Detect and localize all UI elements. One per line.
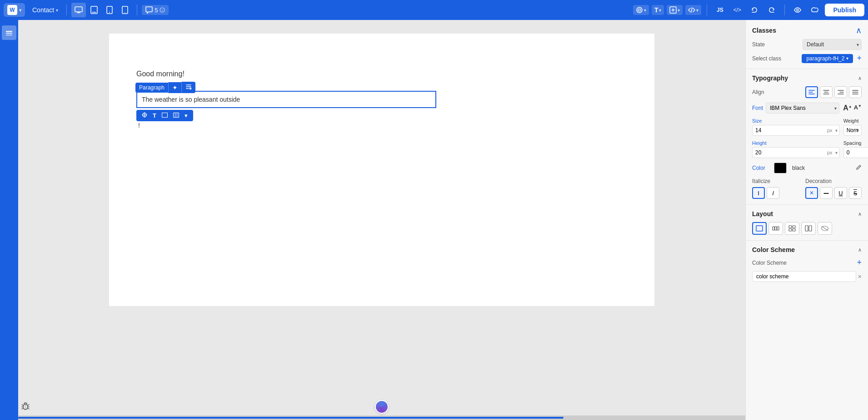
undo-button[interactable]	[747, 3, 762, 17]
italicize-group: Italicize I I	[752, 178, 798, 199]
code-editor-button[interactable]: </>	[730, 3, 744, 17]
color-scheme-label-row: Color Scheme +	[752, 258, 862, 267]
weight-select[interactable]: Normal Bold Light	[843, 125, 862, 136]
comments-badge[interactable]: 5 i	[142, 5, 169, 15]
svg-text:i: i	[162, 9, 163, 12]
classes-title: Classes	[752, 27, 776, 34]
size-field-group: Size px ▾	[752, 118, 840, 136]
svg-rect-43	[809, 226, 812, 231]
svg-rect-15	[6, 33, 12, 34]
redo-button[interactable]	[764, 3, 779, 17]
font-decrease-button[interactable]: A▼	[854, 104, 862, 112]
element-toolbar-text[interactable]: T	[151, 111, 158, 120]
color-text: black	[790, 163, 852, 173]
state-select-wrapper: Default	[803, 39, 862, 50]
desktop-view-button[interactable]	[71, 3, 86, 17]
add-class-button[interactable]: +	[857, 54, 862, 63]
cloud-save-button[interactable]	[808, 3, 822, 17]
font-size-buttons: A▲ A▼	[843, 104, 862, 112]
weather-text: The weather is so pleasant outside	[142, 96, 240, 103]
align-left-button[interactable]	[805, 86, 818, 98]
state-row: State Default	[746, 39, 868, 54]
align-center-button[interactable]	[820, 86, 833, 98]
paragraph-drag-handle[interactable]: ✦	[168, 82, 181, 93]
svg-rect-14	[6, 31, 12, 32]
size-input[interactable]	[753, 125, 826, 135]
tablet-view-button[interactable]	[102, 3, 117, 17]
height-spacing-row: Height px ▾ Spacing px ▾	[752, 140, 862, 158]
add-element-button[interactable]: ▾	[667, 5, 683, 15]
spacing-label: Spacing	[843, 140, 868, 146]
layout-flex-button[interactable]	[768, 222, 783, 235]
text-input-box[interactable]: The weather is so pleasant outside	[136, 91, 436, 108]
panel-collapse-button[interactable]: ›	[745, 212, 746, 228]
svg-line-49	[28, 405, 29, 405]
bug-report-button[interactable]	[21, 401, 30, 413]
italic-on-button[interactable]: I	[767, 187, 779, 199]
monitor-view-button[interactable]	[87, 3, 101, 17]
decoration-strikethrough-button[interactable]: —	[820, 187, 833, 199]
color-picker-button[interactable]	[855, 164, 862, 172]
layout-collapse-button[interactable]: ∧	[858, 211, 862, 217]
bottom-scrollbar[interactable]	[18, 415, 745, 420]
text-tool-button[interactable]: T ▾	[652, 5, 664, 15]
classes-collapse-button[interactable]: ∧	[856, 25, 862, 35]
right-panel: › Classes ∧ State Default Select class	[745, 20, 868, 420]
element-toolbar-more[interactable]: ▾	[183, 111, 190, 120]
element-toolbar-container[interactable]	[160, 112, 170, 120]
font-increase-button[interactable]: A▲	[843, 104, 852, 112]
code-tool-button[interactable]: ▾	[685, 5, 701, 15]
svg-rect-34	[756, 226, 763, 231]
paragraph-label[interactable]: Paragraph	[135, 83, 168, 93]
svg-rect-19	[173, 113, 179, 117]
size-unit-chevron[interactable]: ▾	[833, 126, 839, 135]
state-select[interactable]: Default	[803, 39, 862, 50]
classes-section: Classes ∧ State Default Select class par…	[746, 20, 868, 69]
element-toolbar-move[interactable]	[140, 111, 149, 120]
font-select[interactable]: IBM Plex Sans	[766, 103, 839, 114]
decoration-none-button[interactable]: ✕	[805, 187, 818, 199]
layout-columns-button[interactable]	[801, 222, 816, 235]
align-label: Align	[752, 89, 770, 95]
element-toolbar-grid[interactable]	[171, 112, 181, 120]
layout-hidden-button[interactable]	[818, 222, 832, 235]
weight-select-wrapper: Normal Bold Light	[843, 125, 862, 136]
brand-button[interactable]: W ▾	[4, 3, 25, 17]
typography-title: Typography	[752, 74, 788, 82]
typography-collapse-button[interactable]: ∧	[858, 75, 862, 81]
spacing-input[interactable]	[844, 148, 868, 158]
decoration-label: Decoration	[805, 178, 862, 184]
paragraph-settings-button[interactable]	[181, 82, 195, 93]
page-name-button[interactable]: Contact ▾	[29, 5, 62, 15]
toolbar-right: ▾ T ▾ ▾ ▾ JS </>	[633, 3, 864, 17]
js-button[interactable]: JS	[713, 3, 727, 17]
color-scheme-remove-button[interactable]: ×	[858, 273, 862, 280]
decoration-underline-button[interactable]: U	[834, 187, 847, 199]
layout-grid-button[interactable]	[785, 222, 799, 235]
page-name-label: Contact	[32, 6, 54, 14]
color-scheme-add-button[interactable]: +	[857, 258, 862, 267]
target-tool-button[interactable]: ▾	[633, 5, 649, 15]
height-input[interactable]	[753, 148, 826, 158]
style-row: Italicize I I Decoration ✕ — U S̶	[752, 178, 862, 199]
italic-off-button[interactable]: I	[752, 187, 765, 199]
height-unit-chevron[interactable]: ▾	[833, 148, 839, 157]
mobile-view-button[interactable]	[118, 3, 132, 17]
sidebar-layers-icon[interactable]	[2, 25, 16, 40]
align-right-button[interactable]	[834, 86, 847, 98]
color-scheme-input[interactable]	[752, 271, 856, 282]
layout-block-button[interactable]	[752, 222, 767, 235]
scrollbar-thumb	[18, 417, 564, 419]
svg-line-48	[22, 408, 23, 409]
color-swatch[interactable]	[774, 163, 787, 173]
svg-point-13	[797, 9, 798, 11]
decoration-overline-button[interactable]: S̶	[849, 187, 862, 199]
publish-button[interactable]: Publish	[825, 4, 864, 16]
class-tag[interactable]: paragraph-fH_2 ▾	[802, 54, 853, 63]
preview-button[interactable]	[790, 3, 805, 17]
decoration-buttons: ✕ — U S̶	[805, 187, 862, 199]
align-justify-button[interactable]	[849, 86, 862, 98]
weight-label: Weight	[843, 118, 862, 124]
color-scheme-collapse-button[interactable]: ∧	[858, 247, 862, 253]
svg-rect-16	[6, 35, 12, 36]
